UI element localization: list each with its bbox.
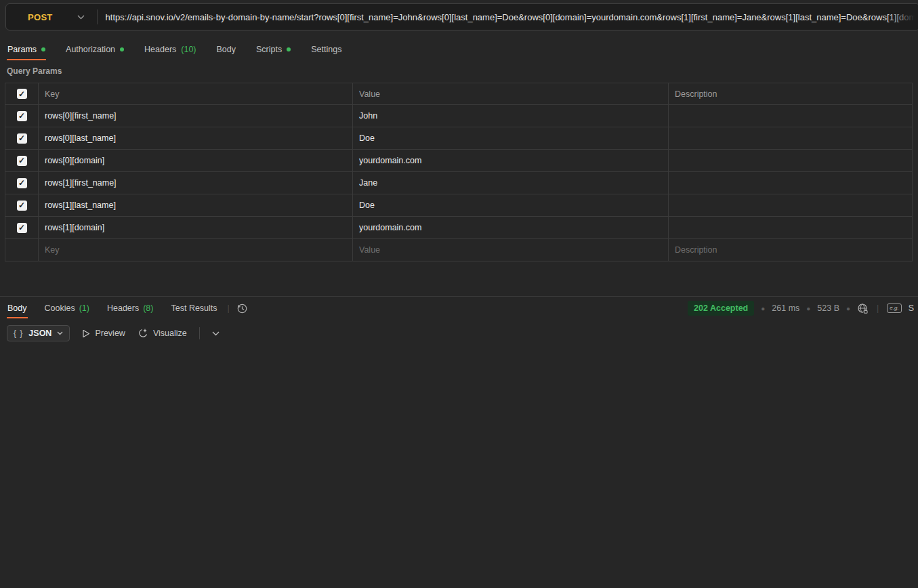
preview-label: Preview xyxy=(95,329,125,338)
dot-separator: ● xyxy=(846,305,850,312)
row-checkbox[interactable]: ✓ xyxy=(17,111,27,121)
response-header: BodyCookies(1)Headers(8)Test Results | 2… xyxy=(0,297,918,320)
tab-label: Authorization xyxy=(66,45,115,54)
response-meta: 202 Accepted ● 261 ms ● 523 B ● | e.g. S xyxy=(688,301,914,316)
tab-count-badge: (10) xyxy=(181,45,196,54)
tab-body[interactable]: Body xyxy=(216,41,237,60)
play-icon xyxy=(82,329,90,338)
table-row: ✓rows[1][first_name]Jane xyxy=(5,172,912,194)
chevron-down-icon xyxy=(77,15,85,20)
tab-body[interactable]: Body xyxy=(7,298,28,318)
response-history-icon[interactable] xyxy=(236,303,248,314)
select-all-checkbox[interactable]: ✓ xyxy=(17,89,27,99)
green-dot-icon xyxy=(287,47,291,51)
table-header-row: ✓ Key Value Description xyxy=(5,83,912,105)
visualize-button[interactable]: Visualize xyxy=(138,328,187,339)
method-label: POST xyxy=(28,12,53,22)
response-tabs: BodyCookies(1)Headers(8)Test Results xyxy=(7,298,218,318)
method-selector[interactable]: POST xyxy=(6,12,85,22)
param-description-cell[interactable] xyxy=(669,105,912,127)
tab-count-badge: (1) xyxy=(79,303,89,313)
tab-params[interactable]: Params xyxy=(7,41,46,60)
checkbox-cell: ✓ xyxy=(5,105,39,127)
query-params-title: Query Params xyxy=(7,66,62,76)
tab-label: Settings xyxy=(311,45,341,54)
status-badge: 202 Accepted xyxy=(688,301,754,316)
param-value-cell[interactable]: Doe xyxy=(353,127,669,149)
column-header-description: Description xyxy=(669,83,912,104)
checkbox-cell: ✓ xyxy=(5,194,39,216)
response-time: 261 ms xyxy=(772,303,799,313)
braces-icon: { } xyxy=(14,329,23,338)
url-input[interactable]: https://api.snov.io/v2/emails-by-domain-… xyxy=(98,4,918,30)
network-info-icon[interactable] xyxy=(857,303,869,314)
tab-label: Body xyxy=(217,45,236,54)
param-key-cell[interactable]: rows[0][last_name] xyxy=(39,127,353,149)
request-tabs: ParamsAuthorizationHeaders(10)BodyScript… xyxy=(7,41,342,60)
tab-label: Cookies xyxy=(45,303,75,313)
param-key-cell[interactable]: rows[0][first_name] xyxy=(39,105,353,127)
param-key-cell[interactable]: rows[0][domain] xyxy=(39,150,353,171)
param-description-cell[interactable] xyxy=(669,217,912,238)
key-placeholder-input[interactable]: Key xyxy=(39,239,353,261)
more-options-chevron-icon[interactable] xyxy=(212,331,220,336)
tab-headers[interactable]: Headers(10) xyxy=(144,41,196,60)
param-key-cell[interactable]: rows[1][last_name] xyxy=(39,194,353,216)
row-checkbox[interactable]: ✓ xyxy=(17,201,27,211)
response-panel: BodyCookies(1)Headers(8)Test Results | 2… xyxy=(0,296,918,588)
tab-settings[interactable]: Settings xyxy=(310,41,342,60)
table-row: ✓rows[1][last_name]Doe xyxy=(5,194,912,217)
tab-count-badge: (8) xyxy=(143,303,153,313)
tab-authorization[interactable]: Authorization xyxy=(65,41,125,60)
param-description-cell[interactable] xyxy=(669,150,912,171)
tab-label: Headers xyxy=(107,303,139,313)
param-key-cell[interactable]: rows[1][first_name] xyxy=(39,172,353,194)
column-header-key: Key xyxy=(39,83,353,104)
tab-scripts[interactable]: Scripts xyxy=(255,41,291,60)
save-as-example-label[interactable]: S xyxy=(909,303,914,313)
divider xyxy=(199,327,200,339)
visualize-label: Visualize xyxy=(153,329,187,338)
checkbox-cell: ✓ xyxy=(5,150,39,171)
table-row: ✓rows[0][domain]yourdomain.com xyxy=(5,150,912,172)
response-toolbar: { } JSON Preview Visualize xyxy=(7,322,918,344)
row-checkbox[interactable]: ✓ xyxy=(17,156,27,166)
table-row: ✓rows[1][domain]yourdomain.com xyxy=(5,217,912,239)
checkbox-cell: ✓ xyxy=(5,127,39,149)
description-placeholder-input[interactable]: Description xyxy=(669,239,912,261)
param-key-cell[interactable]: rows[1][domain] xyxy=(39,217,353,238)
param-value-cell[interactable]: Jane xyxy=(353,172,669,194)
divider: | xyxy=(877,303,879,313)
param-description-cell[interactable] xyxy=(669,127,912,149)
param-value-cell[interactable]: Doe xyxy=(353,194,669,216)
dot-separator: ● xyxy=(806,305,810,312)
tab-label: Test Results xyxy=(171,303,217,313)
row-checkbox[interactable]: ✓ xyxy=(17,133,27,144)
tab-cookies[interactable]: Cookies(1) xyxy=(44,298,90,318)
value-placeholder-input[interactable]: Value xyxy=(353,239,669,261)
tab-label: Scripts xyxy=(256,45,282,54)
save-as-example-icon[interactable]: e.g. xyxy=(887,303,901,313)
tab-label: Params xyxy=(7,45,37,54)
tab-test-results[interactable]: Test Results xyxy=(170,298,217,318)
green-dot-icon xyxy=(41,47,45,51)
chevron-down-icon xyxy=(57,331,63,335)
url-text: https://api.snov.io/v2/emails-by-domain-… xyxy=(98,12,918,22)
param-value-cell[interactable]: John xyxy=(353,105,669,127)
param-value-cell[interactable]: yourdomain.com xyxy=(353,150,669,171)
checkbox-cell: ✓ xyxy=(5,172,39,194)
preview-button[interactable]: Preview xyxy=(82,329,125,338)
visualize-icon xyxy=(138,328,148,339)
param-description-cell[interactable] xyxy=(669,172,912,194)
row-checkbox[interactable]: ✓ xyxy=(17,178,27,188)
param-value-cell[interactable]: yourdomain.com xyxy=(353,217,669,238)
column-header-value: Value xyxy=(353,83,669,104)
param-description-cell[interactable] xyxy=(669,194,912,216)
url-fade xyxy=(888,4,918,30)
divider: | xyxy=(228,303,230,313)
row-checkbox[interactable]: ✓ xyxy=(17,223,27,233)
format-selector[interactable]: { } JSON xyxy=(7,325,70,341)
request-url-bar: POST https://api.snov.io/v2/emails-by-do… xyxy=(5,3,918,30)
tab-headers[interactable]: Headers(8) xyxy=(106,298,154,318)
response-size: 523 B xyxy=(817,303,839,313)
